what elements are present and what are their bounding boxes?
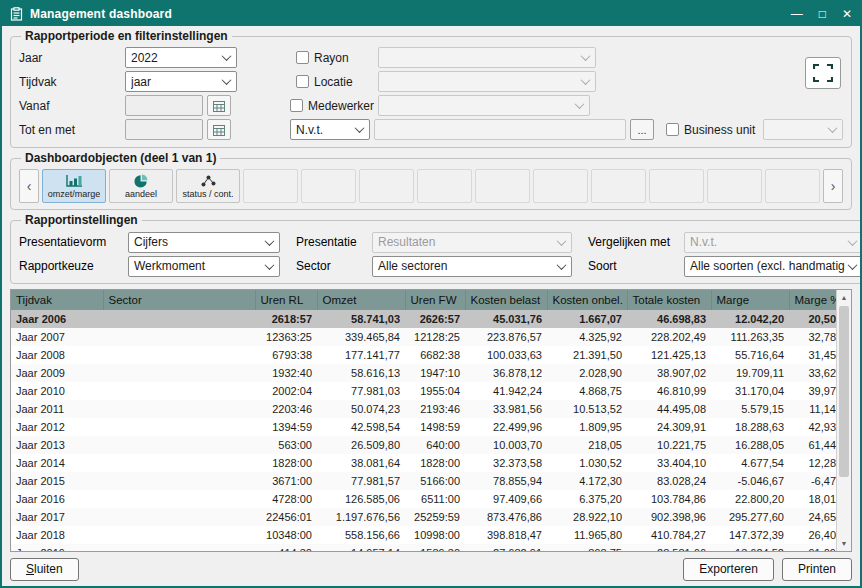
table-cell [103, 508, 255, 526]
table-row[interactable]: Jaar 20141828:0038.081,641828:0032.373,5… [11, 454, 836, 472]
soort-select[interactable]: Alle soorten (excl. handmatig [684, 256, 860, 277]
jaar-select[interactable]: 2022 [125, 47, 237, 68]
table-cell: Jaar 2018 [11, 526, 103, 544]
column-header[interactable]: Kosten belast [465, 290, 547, 310]
scrollbar-thumb[interactable] [839, 306, 849, 477]
table-row[interactable]: Jaar 20091932:4058.616,131947:1036.878,1… [11, 364, 836, 382]
rapportkeuze-select[interactable]: Werkmoment [128, 256, 280, 277]
filter-value-input[interactable] [374, 119, 626, 140]
table-cell: 4.677,54 [711, 454, 789, 472]
dashboard-prev-button[interactable]: ‹ [19, 169, 39, 203]
column-header[interactable]: Omzet [317, 290, 405, 310]
column-header[interactable]: Totale kosten [627, 290, 711, 310]
presentatie-select[interactable]: Resultaten [372, 232, 572, 253]
sector-select[interactable]: Alle sectoren [372, 256, 572, 277]
business-unit-checkbox[interactable] [666, 123, 679, 136]
column-header[interactable]: Marge [711, 290, 789, 310]
locatie-checkbox[interactable] [296, 75, 309, 88]
footer-bar: Sluiten Exporteren Printen [2, 552, 860, 586]
table-cell: 902.398,96 [627, 508, 711, 526]
table-cell: 55.716,64 [711, 346, 789, 364]
results-table: TijdvakSectorUren RLOmzetUren FWKosten b… [10, 289, 852, 552]
minimize-button[interactable]: — [791, 8, 803, 20]
rayon-checkbox[interactable] [296, 51, 309, 64]
status-graph-icon [200, 174, 217, 188]
table-cell: 2.028,90 [547, 364, 627, 382]
rayon-select[interactable] [378, 47, 596, 68]
vergelijken-met-select[interactable]: N.v.t. [684, 232, 860, 253]
chevron-down-icon [265, 260, 275, 270]
tot-en-met-calendar-button[interactable] [207, 119, 231, 140]
table-row[interactable]: Jaar 200712363:25339.465,8412128:25223.8… [11, 328, 836, 346]
table-row[interactable]: Jaar 201810348:00558.156,6610998:00398.8… [11, 526, 836, 544]
close-button[interactable]: ✕ [842, 8, 852, 20]
table-cell: 32.373,58 [465, 454, 547, 472]
filter-group: Rapportperiode en filterinstellingen Jaa… [10, 29, 852, 148]
column-header[interactable]: Uren FW [405, 290, 465, 310]
table-row[interactable]: Jaar 20164728:00126.585,066511:0097.409,… [11, 490, 836, 508]
table-cell: 414:30 [255, 544, 317, 551]
dashboard-slot-empty[interactable] [591, 169, 646, 203]
presentatievorm-select[interactable]: Cijfers [128, 232, 280, 253]
column-header[interactable]: Tijdvak [11, 290, 103, 310]
chevron-down-icon [557, 260, 567, 270]
dashboard-slot-empty[interactable] [533, 169, 588, 203]
table-cell: Jaar 2011 [11, 400, 103, 418]
dashboard-slot-empty[interactable] [649, 169, 704, 203]
table-row[interactable]: Jaar 20153671:0077.981,575166:0078.855,9… [11, 472, 836, 490]
dashboard-object-status-cont[interactable]: status / cont. [176, 169, 240, 203]
scroll-down-icon[interactable]: ▼ [837, 536, 851, 551]
tot-en-met-date-input[interactable] [125, 119, 203, 140]
column-header[interactable]: Sector [103, 290, 255, 310]
table-cell: Jaar 2014 [11, 454, 103, 472]
table-cell: -13.624,52 [711, 544, 789, 551]
table-row[interactable]: Jaar 2019414:3014.957,141589:3027.682,91… [11, 544, 836, 551]
dashboard-object-omzet-marge[interactable]: omzet/marge [42, 169, 106, 203]
scroll-up-icon[interactable]: ▲ [837, 290, 851, 305]
dashboard-slot-empty[interactable] [417, 169, 472, 203]
table-row[interactable]: Jaar 201722456:011.197.676,5625259:59873… [11, 508, 836, 526]
presentatievorm-label: Presentatievorm [19, 235, 124, 249]
sluiten-button[interactable]: Sluiten [10, 558, 79, 581]
dashboard-slot-empty[interactable] [301, 169, 356, 203]
browse-button[interactable]: ... [630, 119, 654, 140]
table-cell: 558.156,66 [317, 526, 405, 544]
table-cell: 38.907,02 [627, 364, 711, 382]
table-cell: 6682:38 [405, 346, 465, 364]
table-cell [103, 346, 255, 364]
table-row[interactable]: Jaar 20086793:38177.141,776682:38100.033… [11, 346, 836, 364]
dashboard-next-button[interactable]: › [823, 169, 843, 203]
vanaf-calendar-button[interactable] [207, 95, 231, 116]
business-unit-select[interactable] [763, 119, 843, 140]
medewerker-select[interactable] [378, 95, 590, 116]
tijdvak-select[interactable]: jaar [125, 71, 237, 92]
column-header[interactable]: Marge % [789, 290, 836, 310]
exporteren-button[interactable]: Exporteren [683, 558, 774, 581]
dashboard-slot-empty[interactable] [475, 169, 530, 203]
scrollbar-track[interactable] [837, 305, 851, 536]
dashboard-slot-empty[interactable] [359, 169, 414, 203]
table-row[interactable]: Jaar 20112203:4650.074,232193:4633.981,5… [11, 400, 836, 418]
vanaf-date-input[interactable] [125, 95, 203, 116]
nvt-filter-select[interactable]: N.v.t. [290, 119, 370, 140]
dashboard-object-aandeel[interactable]: aandeel [109, 169, 173, 203]
locatie-select[interactable] [378, 71, 596, 92]
table-row[interactable]: Jaar 2013563:0026.509,80640:0010.003,702… [11, 436, 836, 454]
medewerker-checkbox[interactable] [290, 99, 303, 112]
printen-button[interactable]: Printen [782, 558, 852, 581]
column-header[interactable]: Kosten onbel. [547, 290, 627, 310]
table-row[interactable]: Jaar 20062618:5758.741,032626:5745.031,7… [11, 310, 836, 328]
maximize-button[interactable]: □ [819, 8, 826, 20]
dashboard-slot-empty[interactable] [707, 169, 762, 203]
pie-chart-icon [134, 174, 148, 188]
titlebar[interactable]: Management dashboard — □ ✕ [2, 2, 860, 26]
table-row[interactable]: Jaar 20102002:0477.981,031955:0441.942,2… [11, 382, 836, 400]
table-row[interactable]: Jaar 20121394:5942.598,541498:5922.499,9… [11, 418, 836, 436]
table-cell: 103.784,86 [627, 490, 711, 508]
column-header[interactable]: Uren RL [255, 290, 317, 310]
fullscreen-button[interactable] [805, 57, 841, 89]
dashboard-slot-empty[interactable] [765, 169, 820, 203]
table-cell: 33,62 [789, 364, 836, 382]
vertical-scrollbar[interactable]: ▲ ▼ [836, 290, 851, 551]
dashboard-slot-empty[interactable] [243, 169, 298, 203]
